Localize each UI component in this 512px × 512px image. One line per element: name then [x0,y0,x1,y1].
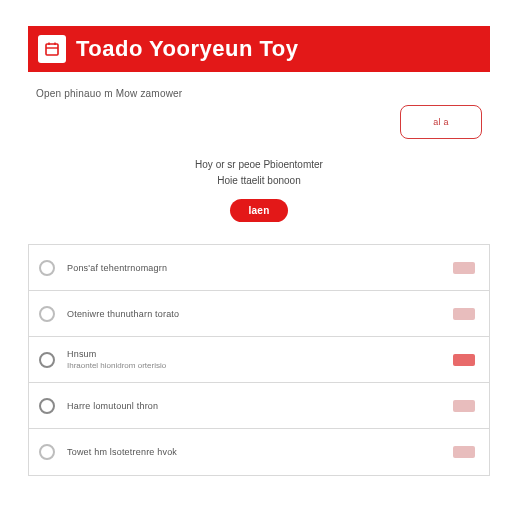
row-subtitle: Ihraontel hionidrom orterisio [67,361,441,370]
radio-icon[interactable] [39,398,55,414]
row-title: Oteniwre thunutharn torato [67,309,441,319]
svg-rect-0 [46,44,58,55]
row-action-button[interactable] [453,446,475,458]
row-action-button[interactable] [453,354,475,366]
list-item[interactable]: Towet hm lsotetrenre hvok [29,429,489,475]
app-root: Toado Yooryeun Toy Open phinauo m Mow za… [0,0,512,476]
outline-cta-button[interactable]: al a [400,105,482,139]
list-item[interactable]: Pons'af tehentrnomagrn [29,245,489,291]
row-title: Towet hm lsotetrenre hvok [67,447,441,457]
row-text: Oteniwre thunutharn torato [67,309,441,319]
page-title: Toado Yooryeun Toy [76,36,299,62]
row-action-button[interactable] [453,262,475,274]
header-bar: Toado Yooryeun Toy [28,26,490,72]
row-text: Hnsum Ihraontel hionidrom orterisio [67,349,441,370]
intro-subhead: Open phinauo m Mow zamower [36,88,482,99]
primary-action-button[interactable]: Iaen [230,199,287,222]
row-action-button[interactable] [453,308,475,320]
intro-section: Open phinauo m Mow zamower al a [28,72,490,139]
row-title: Hnsum [67,349,441,359]
promo-line-2: Hoie ttaelit bonoon [28,173,490,189]
row-title: Harre lomutounl thron [67,401,441,411]
row-text: Harre lomutounl thron [67,401,441,411]
list-item[interactable]: Harre lomutounl thron [29,383,489,429]
radio-icon[interactable] [39,444,55,460]
row-text: Towet hm lsotetrenre hvok [67,447,441,457]
row-action-button[interactable] [453,400,475,412]
list-item[interactable]: Oteniwre thunutharn torato [29,291,489,337]
radio-icon[interactable] [39,260,55,276]
promo-block: Hoy or sr peoe Pbioentomter Hoie ttaelit… [28,157,490,222]
calendar-icon[interactable] [38,35,66,63]
list-item[interactable]: Hnsum Ihraontel hionidrom orterisio [29,337,489,383]
radio-icon[interactable] [39,352,55,368]
task-list: Pons'af tehentrnomagrn Oteniwre thunutha… [28,244,490,476]
cta-row: al a [36,105,482,139]
promo-line-1: Hoy or sr peoe Pbioentomter [28,157,490,173]
row-title: Pons'af tehentrnomagrn [67,263,441,273]
outline-cta-label: al a [433,117,449,127]
row-text: Pons'af tehentrnomagrn [67,263,441,273]
primary-action-label: Iaen [248,205,269,216]
radio-icon[interactable] [39,306,55,322]
